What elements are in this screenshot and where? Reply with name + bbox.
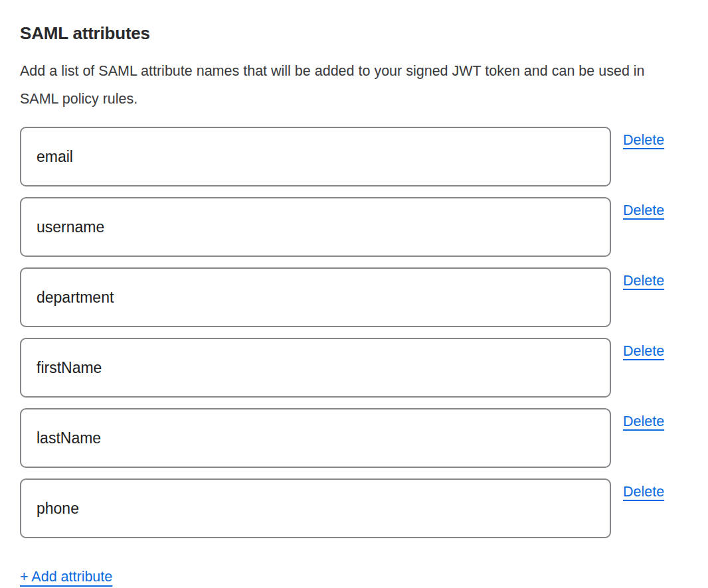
section-description: Add a list of SAML attribute names that … [20, 57, 684, 113]
attribute-row: Delete [20, 338, 688, 398]
attribute-input-lastname[interactable] [20, 408, 611, 468]
delete-attribute-link[interactable]: Delete [623, 413, 664, 430]
page-title: SAML attributes [20, 23, 688, 44]
attribute-input-firstname[interactable] [20, 338, 611, 398]
delete-attribute-link[interactable]: Delete [623, 202, 664, 219]
attribute-row: Delete [20, 127, 688, 186]
delete-attribute-link[interactable]: Delete [623, 131, 664, 149]
attribute-row: Delete [20, 408, 688, 468]
attribute-input-username[interactable] [20, 197, 611, 257]
attribute-row: Delete [20, 478, 688, 538]
attribute-row: Delete [20, 197, 688, 257]
delete-attribute-link[interactable]: Delete [623, 272, 664, 289]
delete-attribute-link[interactable]: Delete [623, 342, 664, 360]
attribute-list: Delete Delete Delete Delete Delete Delet… [20, 127, 688, 538]
attribute-input-department[interactable] [20, 267, 611, 327]
add-attribute-link[interactable]: + Add attribute [20, 568, 112, 585]
attribute-row: Delete [20, 267, 688, 327]
delete-attribute-link[interactable]: Delete [623, 483, 664, 500]
attribute-input-email[interactable] [20, 127, 611, 186]
attribute-input-phone[interactable] [20, 478, 611, 538]
saml-attributes-section: SAML attributes Add a list of SAML attri… [0, 0, 708, 585]
